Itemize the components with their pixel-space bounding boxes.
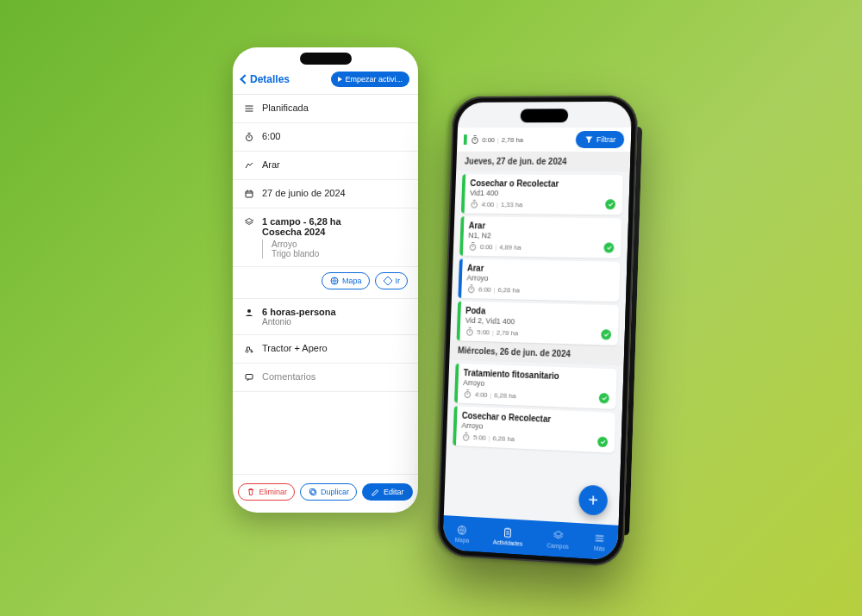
date-header-1: Jueves, 27 de jun. de 2024: [456, 152, 630, 171]
activity-meta: 6:00 | 6,28 ha: [466, 283, 613, 297]
svg-point-15: [463, 434, 469, 440]
activity-title: Cosechar o Recolectar: [470, 178, 616, 189]
field-crop: Trigo blando: [272, 249, 408, 258]
row-date: 27 de junio de 2024: [233, 180, 418, 208]
status-icon: [243, 103, 255, 115]
activity-time: 6:00: [478, 285, 491, 293]
accent-bar: [459, 216, 464, 255]
activity-card[interactable]: Arar Arroyo 6:00 | 6,28 ha: [458, 258, 620, 302]
svg-rect-7: [311, 490, 316, 495]
stopwatch-icon: [469, 199, 479, 209]
summary-area: 2,78 ha: [502, 136, 524, 144]
duplicate-label: Duplicar: [321, 488, 349, 496]
activity-card[interactable]: Arar N1, N2 0:00 | 4,89 ha: [459, 216, 622, 258]
activity-meta: 5:00 | 6,28 ha: [461, 432, 608, 449]
check-icon: [599, 393, 609, 404]
tab-fields[interactable]: Campos: [547, 529, 569, 550]
row-field: 1 campo - 6,28 ha Cosecha 2024 Arroyo Tr…: [233, 208, 418, 267]
activity-card[interactable]: Cosechar o Recolectar Vid1 400 4:00 | 1,…: [461, 174, 623, 215]
edit-button[interactable]: Editar: [362, 483, 413, 501]
comment-icon: [243, 371, 255, 383]
activity-area: 1,33 ha: [501, 201, 523, 208]
delete-label: Eliminar: [259, 488, 287, 496]
stopwatch-icon: [463, 389, 473, 399]
stopwatch-icon: [465, 327, 475, 337]
activity-meta: 5:00 | 2,78 ha: [465, 327, 611, 341]
go-button[interactable]: Ir: [375, 272, 409, 289]
plow-icon: [243, 159, 255, 171]
globe-icon: [456, 524, 468, 537]
activities-topbar: 0:00 | 2,78 ha Filtrar: [457, 128, 631, 152]
row-equipment: Tractor + Apero: [233, 335, 418, 364]
activity-card[interactable]: Poda Vid 2, Vid1 400 5:00 | 2,78 ha: [457, 302, 619, 345]
activity-time: 5:00: [477, 328, 490, 336]
field-icon: [243, 216, 255, 228]
activity-area: 4,89 ha: [499, 243, 522, 251]
svg-point-4: [246, 350, 248, 352]
accent-bar: [461, 174, 465, 213]
filter-button[interactable]: Filtrar: [575, 131, 624, 148]
copy-icon: [308, 487, 318, 497]
hours-text: 6 horas-persona: [262, 307, 408, 317]
check-icon: [603, 242, 614, 252]
add-activity-fab[interactable]: +: [578, 484, 608, 515]
row-status: Planificada: [233, 95, 418, 123]
field-name: Arroyo: [272, 240, 408, 249]
start-activity-label: Empezar activi...: [345, 75, 403, 84]
row-worker: 6 horas-persona Antonio: [233, 299, 418, 335]
svg-point-14: [465, 391, 471, 397]
stopwatch-icon: [470, 134, 480, 145]
activity-time: 4:00: [475, 390, 488, 399]
tab-more[interactable]: Más: [593, 532, 605, 551]
person-icon: [243, 307, 255, 319]
phone-activities: 0:00 | 2,78 ha Filtrar Jueves, 27 de jun…: [440, 95, 634, 560]
stopwatch-icon: [468, 241, 478, 252]
tab-maps[interactable]: Mapa: [455, 524, 470, 544]
stopwatch-icon: [243, 131, 255, 143]
tab-activities[interactable]: Actividades: [493, 526, 523, 546]
go-label: Ir: [396, 277, 401, 285]
field-title: 1 campo - 6,28 ha: [262, 216, 408, 227]
tab-maps-label: Mapa: [455, 537, 470, 544]
svg-rect-1: [246, 191, 253, 197]
accent-bar: [457, 302, 461, 341]
activity-card[interactable]: Tratamiento fitosanitario Arroyo 4:00 | …: [454, 364, 617, 409]
svg-point-10: [472, 202, 478, 208]
back-label: Detalles: [250, 73, 290, 85]
row-time: 6:00: [233, 123, 418, 152]
start-activity-button[interactable]: Empezar activi...: [331, 72, 409, 87]
svg-rect-17: [505, 529, 511, 538]
duplicate-button[interactable]: Duplicar: [300, 483, 357, 501]
menu-icon: [594, 532, 606, 544]
activity-card[interactable]: Cosechar o Recolectar Arroyo 5:00 | 6,28…: [453, 406, 615, 452]
activity-time: 5:00: [473, 433, 486, 442]
map-button[interactable]: Mapa: [322, 272, 370, 289]
delete-button[interactable]: Eliminar: [238, 483, 295, 501]
row-activity-type: Arar: [233, 152, 418, 180]
activity-type-text: Arar: [262, 159, 408, 170]
summary-time: 0:00: [482, 136, 495, 144]
accent-bar: [453, 406, 457, 445]
activity-area: 6,28 ha: [494, 391, 516, 400]
worker-text: Antonio: [262, 317, 408, 327]
activity-time: 0:00: [480, 243, 493, 251]
row-comments[interactable]: Comentarios: [233, 364, 418, 392]
back-button[interactable]: Detalles: [241, 73, 290, 85]
activity-meta: 4:00 | 6,28 ha: [463, 389, 609, 405]
activity-meta: 0:00 | 4,89 ha: [468, 241, 615, 254]
check-icon: [605, 199, 615, 209]
funnel-icon: [584, 134, 594, 145]
summary-badge: 0:00 | 2,78 ha: [464, 134, 523, 145]
activity-time: 4:00: [482, 200, 495, 208]
activity-area: 6,28 ha: [497, 286, 520, 295]
play-icon: [338, 77, 342, 82]
phone-details: Detalles Empezar activi... Planificada 6…: [233, 47, 418, 513]
svg-point-11: [470, 244, 476, 250]
trash-icon: [246, 487, 256, 497]
directions-icon: [383, 276, 393, 286]
accent-bar: [458, 258, 462, 297]
phone-screen: 0:00 | 2,78 ha Filtrar Jueves, 27 de jun…: [442, 102, 632, 561]
time-text: 6:00: [262, 131, 408, 141]
phone-notch: [300, 53, 352, 65]
plus-icon: +: [588, 490, 598, 511]
